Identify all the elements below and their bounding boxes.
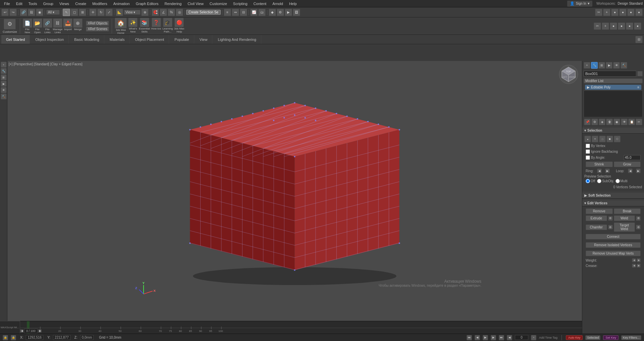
menu-animation[interactable]: Animation [111,1,132,6]
set-key-mode-dropdown[interactable]: Selected [585,335,600,340]
snap-3d-button[interactable]: 🧲 [152,9,159,16]
weight-inc-icon[interactable]: ▶ [637,258,641,262]
plus-icon[interactable]: + [603,9,610,16]
go-start-button[interactable]: ⏮ [467,335,472,340]
select-object-button[interactable]: ↖ [63,9,70,16]
menu-help[interactable]: Help [286,1,300,6]
timeline-left-arrow[interactable]: ◀ [20,329,23,333]
by-angle-check[interactable] [586,155,590,160]
extrude-button[interactable]: Extrude [586,215,607,221]
timeline-right-arrow[interactable]: ▶ [38,329,42,333]
menu-rendering[interactable]: Rendering [162,1,184,6]
off-radio[interactable]: Off [586,179,595,183]
shrink-button[interactable]: Shrink [586,161,613,167]
tab-object-placement[interactable]: Object Placement [130,35,169,44]
render-frame-button[interactable]: 🖼 [293,9,300,16]
lt-utilities-icon[interactable]: 🔨 [1,93,7,99]
select-scale-button[interactable]: ⤢ [105,9,113,16]
modifier-editable-poly[interactable]: ▶ Editable Poly ≡ [585,85,641,90]
menu-content[interactable]: Content [251,1,269,6]
target-weld-settings-icon[interactable]: ⚙ [636,225,641,229]
ring-inc-button[interactable]: ▶ [605,168,610,173]
crease-inc-icon[interactable]: ▶ [637,264,641,268]
ribbon-plus-icon[interactable]: + [602,22,609,30]
prev-frame-button[interactable]: ◀ [475,335,480,340]
lt-create-icon[interactable]: + [1,62,7,68]
bind-space-warp[interactable]: ◉ [36,9,43,16]
select-move-button[interactable]: ✛ [89,9,97,16]
object-name-field[interactable] [584,71,636,77]
play-animation-button[interactable]: ▶ [483,335,488,340]
percent-snap-button[interactable]: % [168,9,175,16]
create-selection-set-button[interactable]: Create Selection Se [186,10,221,15]
chamfer-button[interactable]: Chamfer [586,224,607,230]
select-link-button[interactable]: 🔗 [20,9,27,16]
remove-unused-button[interactable]: Remove Unused Map Verts [586,251,641,256]
tab-object-inspection[interactable]: Object Inspection [31,35,69,44]
mod-make-unique-icon[interactable]: ◈ [599,119,605,125]
mod-active-icon[interactable]: ◉ [613,119,620,125]
modifier-options-icon[interactable]: ≡ [637,85,639,89]
merge-btn[interactable]: ⊕ Merge [73,18,83,34]
key-filters-dropdown[interactable]: Key Filters... [621,335,641,340]
multi-radio-input[interactable] [615,179,620,183]
off-radio-input[interactable] [586,179,590,183]
render-setup-button[interactable]: ⚙ [277,9,284,16]
border-mode-icon[interactable]: □ [599,136,606,142]
render-production-button[interactable]: ▶ [285,9,292,16]
reference-coord-dropdown[interactable]: View ▾ [124,10,141,15]
weld-button[interactable]: Weld [614,215,635,221]
menu-tools[interactable]: Tools [26,1,40,6]
viewport[interactable]: [+] [Perspective] [Standard] [Clay + Edg… [7,61,582,321]
redo-button[interactable]: ↪ [9,9,17,16]
element-mode-icon[interactable]: ⬡ [614,136,621,142]
set-key-button[interactable]: Set Key [603,335,619,340]
lt-modify-icon[interactable]: 🔧 [1,68,7,74]
scene-light-icon[interactable]: ✂ [594,22,601,30]
mod-paste-icon[interactable]: 📋 [628,119,635,125]
tab-get-started[interactable]: Get Started [1,35,30,44]
panel-create-tab[interactable]: + [584,62,590,69]
pivot-button[interactable]: ⊕ [141,9,149,16]
select-rotate-button[interactable]: ↻ [97,9,105,16]
tab-lighting[interactable]: Lighting And Rendering [213,35,261,44]
tab-view[interactable]: View [195,35,213,44]
grow-button[interactable]: Grow [614,161,641,167]
panel-modify-tab[interactable]: 🔧 [591,62,598,69]
loop-inc-button[interactable]: ▶ [636,168,641,173]
menu-arnold[interactable]: Arnold [270,1,286,6]
panel-motion-tab[interactable]: ▶ [606,62,612,69]
curve-editor-button[interactable]: 📈 [250,9,258,16]
add-time-tag-button[interactable]: + [531,335,536,340]
selection-section-header[interactable]: ▾ Selection [582,128,644,134]
window-crossing-button[interactable]: ⊞ [79,9,86,16]
lt-motion-icon[interactable]: ▶ [1,81,7,87]
spinner-snap-button[interactable]: ◎ [176,9,183,16]
viewport-navigation-cube[interactable]: TOP LEFT FRONT [558,64,579,84]
edge-mode-icon[interactable]: ━ [592,136,598,142]
break-button[interactable]: Break [614,208,641,214]
file-open-btn[interactable]: 📂 FileOpen [33,18,42,34]
subobj-radio[interactable]: SubObj [597,179,613,183]
crease-dec-icon[interactable]: ◀ [632,264,636,268]
by-vertex-check[interactable] [586,144,590,148]
edit-vertices-header[interactable]: ▾ Edit Vertices [582,200,644,206]
loop-dec-button[interactable]: ◀ [628,168,633,173]
mod-pin-icon[interactable]: 📌 [584,119,591,125]
by-angle-value[interactable] [624,155,641,160]
tab-basic-modeling[interactable]: Basic Modeling [69,35,104,44]
subobj-radio-input[interactable] [597,179,601,183]
menu-customize[interactable]: Customize [207,1,230,6]
panel-hierarchy-tab[interactable]: ⊞ [598,62,605,69]
menu-graph-editors[interactable]: Graph Editors [133,1,161,6]
timeline-area[interactable]: 10 20 30 40 50 60 70 75 80 85 90 95 100 [20,321,582,334]
next-frame-button[interactable]: ▶ [491,335,496,340]
panel-display-tab[interactable]: 👁 [613,62,620,69]
menu-edit[interactable]: Edit [13,1,25,6]
menu-views[interactable]: Views [57,1,72,6]
angle-snap-button[interactable]: ∠ [160,9,167,16]
menu-scripting[interactable]: Scripting [230,1,250,6]
by-angle-checkbox[interactable]: By Angle: [586,155,605,160]
ribbon-collapse-icon[interactable]: ⊟ [635,36,643,43]
maxscript-mini[interactable]: MAXScript Mi... [0,321,20,334]
